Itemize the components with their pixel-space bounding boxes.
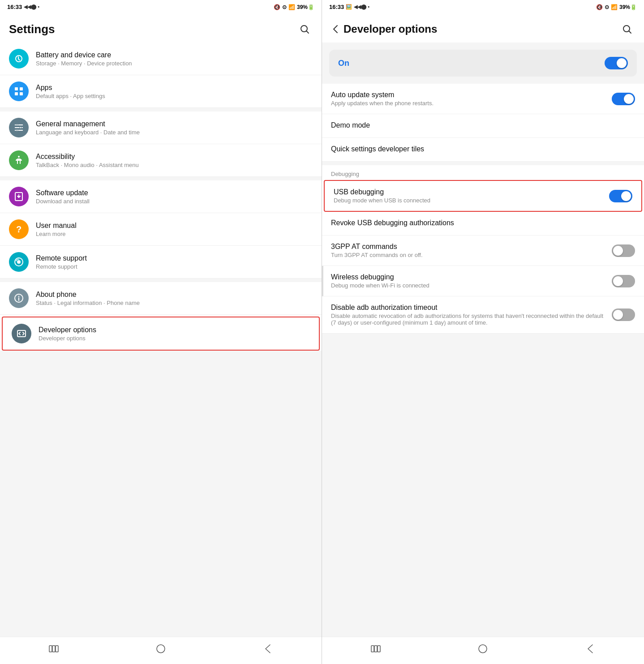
disable-adb-text: Disable adb authorization timeout Disabl… [331, 304, 606, 326]
settings-item-general[interactable]: General management Language and keyboard… [0, 111, 322, 144]
remote-subtitle: Remote support [36, 263, 313, 270]
nav-home-right[interactable] [472, 643, 494, 655]
disable-adb-subtitle: Disable automatic revocation of adb auth… [331, 313, 606, 326]
quick-settings-title: Quick settings developer tiles [331, 145, 635, 153]
general-title: General management [36, 120, 313, 128]
svg-rect-16 [49, 646, 52, 652]
3gpp-toggle[interactable] [612, 244, 635, 257]
signal-icons-left: ◀◀⬤ • [24, 4, 39, 10]
settings-list: Battery and device care Storage · Memory… [0, 43, 322, 637]
settings-item-developer[interactable]: Developer options Developer options [2, 317, 320, 351]
about-icon [9, 288, 29, 308]
status-time-right: 16:33 🖼️ ◀◀⬤ • [329, 4, 369, 10]
svg-point-12 [18, 156, 20, 158]
quick-settings-text: Quick settings developer tiles [331, 145, 635, 154]
developer-on-label: On [338, 59, 349, 68]
usb-debugging-subtitle: Debug mode when USB is connected [334, 197, 609, 204]
divider-2 [0, 177, 322, 180]
status-icons-left: 🔇 ⊙ 📶 39%🔋 [274, 4, 314, 10]
software-title: Software update [36, 189, 313, 197]
mute-icon-right: 🔇 [596, 4, 603, 10]
settings-item-usermanual[interactable]: ? User manual Learn more [0, 213, 322, 246]
software-text-block: Software update Download and install [36, 189, 313, 205]
wireless-debug-text: Wireless debugging Debug mode when Wi-Fi… [331, 273, 612, 289]
nav-recents-right[interactable] [365, 643, 386, 655]
svg-point-10 [20, 127, 21, 129]
dev-item-disable-adb[interactable]: Disable adb authorization timeout Disabl… [322, 296, 644, 334]
settings-item-software[interactable]: Software update Download and install [0, 180, 322, 213]
debugging-label: Debugging [322, 165, 644, 180]
settings-item-remote[interactable]: Remote support Remote support [0, 246, 322, 278]
nav-back-left[interactable] [257, 643, 279, 655]
disable-adb-toggle[interactable] [612, 308, 635, 321]
svg-point-9 [16, 124, 18, 126]
software-icon [9, 187, 29, 206]
settings-header: Settings [0, 14, 322, 43]
dev-item-demo-mode[interactable]: Demo mode [322, 114, 644, 138]
nav-back-right[interactable] [580, 643, 601, 655]
developer-search-button[interactable] [619, 21, 635, 37]
3gpp-text: 3GPP AT commands Turn 3GPP AT commands o… [331, 243, 612, 258]
software-subtitle: Download and install [36, 198, 313, 205]
usb-debugging-toggle[interactable] [609, 190, 632, 202]
developer-on-toggle[interactable] [605, 57, 628, 69]
battery-text-right: 39%🔋 [619, 4, 637, 10]
svg-rect-24 [378, 646, 380, 652]
svg-rect-5 [20, 92, 23, 95]
settings-item-accessibility[interactable]: Accessibility TalkBack · Mono audio · As… [0, 144, 322, 177]
signal-icons-right: ◀◀⬤ • [354, 4, 369, 10]
location-icon: ⊙ [282, 4, 287, 10]
developer-icon [12, 324, 31, 343]
accessibility-title: Accessibility [36, 153, 313, 161]
3gpp-title: 3GPP AT commands [331, 243, 612, 251]
usermanual-title: User manual [36, 222, 313, 230]
nav-home-left[interactable] [150, 643, 172, 655]
debugging-section: Debugging USB debugging Debug mode when … [322, 165, 644, 334]
settings-item-apps[interactable]: Apps Default apps · App settings [0, 75, 322, 108]
developer-content: On Auto update system Apply updates when… [322, 43, 644, 637]
usermanual-icon: ? [9, 219, 29, 239]
dev-item-usb-debugging[interactable]: USB debugging Debug mode when USB is con… [324, 180, 642, 212]
about-title: About phone [36, 291, 313, 299]
nav-bar-left [0, 637, 322, 664]
developer-subtitle: Developer options [39, 335, 310, 342]
developer-header-left: Developer options [331, 23, 437, 35]
dev-item-auto-update[interactable]: Auto update system Apply updates when th… [322, 84, 644, 114]
revoke-usb-text: Revoke USB debugging authorizations [331, 219, 635, 228]
settings-group-main: Battery and device care Storage · Memory… [0, 43, 322, 351]
auto-update-subtitle: Apply updates when the phone restarts. [331, 100, 612, 107]
dev-item-revoke-usb[interactable]: Revoke USB debugging authorizations [322, 212, 644, 236]
wireless-debug-toggle[interactable] [612, 275, 635, 287]
settings-item-battery[interactable]: Battery and device care Storage · Memory… [0, 43, 322, 75]
usb-debugging-text: USB debugging Debug mode when USB is con… [334, 188, 609, 204]
dev-item-wireless-debug[interactable]: Wireless debugging Debug mode when Wi-Fi… [322, 266, 644, 296]
apps-icon [9, 81, 29, 101]
developer-header: Developer options [322, 14, 644, 43]
about-text-block: About phone Status · Legal information ·… [36, 291, 313, 306]
mute-icon: 🔇 [274, 4, 280, 10]
divider-1 [0, 108, 322, 111]
remote-title: Remote support [36, 254, 313, 262]
settings-search-button[interactable] [296, 21, 313, 37]
wireless-debug-subtitle: Debug mode when Wi-Fi is connected [331, 282, 612, 289]
svg-rect-23 [374, 646, 377, 652]
nav-recents-left[interactable] [43, 643, 64, 655]
revoke-usb-title: Revoke USB debugging authorizations [331, 219, 635, 227]
status-bar-left: 16:33 ◀◀⬤ • 🔇 ⊙ 📶 39%🔋 [0, 0, 322, 14]
search-icon [299, 24, 310, 34]
dev-item-quick-settings[interactable]: Quick settings developer tiles [322, 138, 644, 162]
auto-update-text: Auto update system Apply updates when th… [331, 91, 612, 107]
wifi-icon: 📶 [288, 4, 295, 10]
battery-icon [9, 49, 29, 69]
nav-bar-right [322, 637, 644, 664]
svg-rect-4 [15, 92, 18, 95]
demo-mode-text: Demo mode [331, 121, 635, 130]
battery-title: Battery and device care [36, 51, 313, 59]
usermanual-text-block: User manual Learn more [36, 222, 313, 237]
settings-item-about[interactable]: About phone Status · Legal information ·… [0, 282, 322, 315]
auto-update-title: Auto update system [331, 91, 612, 99]
back-button[interactable] [331, 23, 340, 35]
auto-update-toggle[interactable] [612, 93, 635, 105]
dev-item-3gpp[interactable]: 3GPP AT commands Turn 3GPP AT commands o… [322, 236, 644, 266]
apps-subtitle: Default apps · App settings [36, 93, 313, 99]
